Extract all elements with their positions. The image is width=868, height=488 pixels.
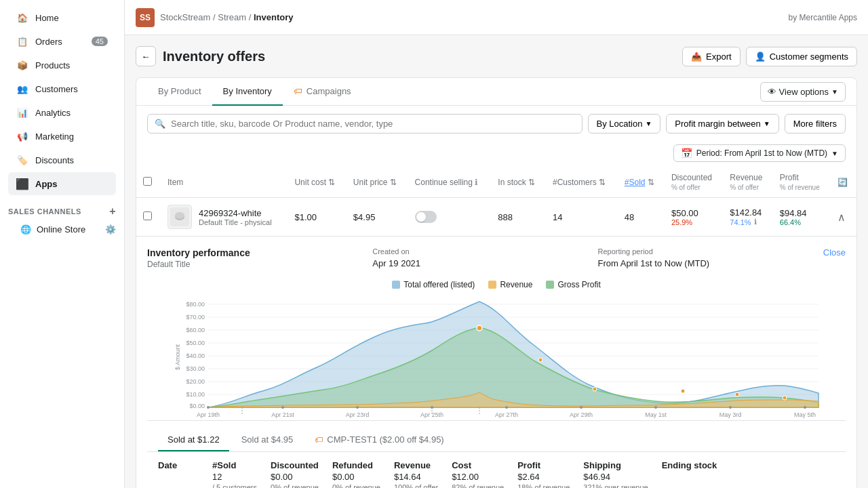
shipping-column: Shipping $46.94 321% over revenue bbox=[583, 460, 648, 488]
store-settings-icon[interactable]: ⚙️ bbox=[105, 224, 116, 235]
store-icon: 🌐 bbox=[20, 224, 31, 235]
select-all-header[interactable] bbox=[136, 167, 161, 198]
svg-text:Apr 19th: Apr 19th bbox=[197, 411, 220, 418]
sidebar-item-marketing[interactable]: 📢 Marketing bbox=[8, 125, 116, 148]
svg-point-30 bbox=[356, 406, 359, 409]
sidebar-item-customers[interactable]: 👥 Customers bbox=[8, 77, 116, 100]
row-checkbox-cell[interactable] bbox=[136, 198, 161, 237]
in-stock-cell: 888 bbox=[491, 198, 546, 237]
bottom-tab-sold-495[interactable]: Sold at $4.95 bbox=[232, 429, 303, 451]
sidebar-item-label: Analytics bbox=[35, 108, 71, 118]
page-header-left: ← Inventory offers bbox=[136, 46, 265, 66]
more-filters-button[interactable]: More filters bbox=[785, 114, 846, 134]
unit-price-column-header[interactable]: Unit price ⇅ bbox=[347, 167, 408, 198]
profit-margin-filter-button[interactable]: Profit margin between ▼ bbox=[666, 114, 778, 134]
view-options-button[interactable]: 👁 View options ▼ bbox=[760, 82, 846, 102]
unit-price-cell: $4.95 bbox=[347, 198, 408, 237]
period-bar: 📅 Period: From April 1st to Now (MTD) ▼ bbox=[136, 142, 856, 167]
sidebar-item-products[interactable]: 📦 Products bbox=[8, 54, 116, 77]
sidebar-item-apps[interactable]: ⬛ Apps bbox=[8, 172, 116, 195]
svg-point-24 bbox=[593, 387, 597, 391]
sidebar-item-analytics[interactable]: 📊 Analytics bbox=[8, 101, 116, 124]
toggle-knob bbox=[416, 212, 426, 222]
breadcrumb-text: StockStream / Stream / Inventory bbox=[160, 12, 294, 22]
svg-text:Apr 29th: Apr 29th bbox=[570, 411, 593, 418]
sidebar-item-orders[interactable]: 📋 Orders 45 bbox=[8, 30, 116, 53]
calendar-icon: 📅 bbox=[681, 148, 692, 159]
chevron-down-icon: ▼ bbox=[831, 150, 838, 157]
expanded-row: Inventory performance Default Title Crea… bbox=[136, 237, 856, 489]
perf-created-section: Created on Apr 19 2021 bbox=[372, 247, 557, 269]
stats-row: Date #Sold 12 / 5 customers bbox=[147, 451, 846, 488]
select-all-checkbox[interactable] bbox=[143, 177, 152, 186]
orders-icon: 📋 bbox=[16, 35, 28, 47]
chevron-down-icon: ▼ bbox=[645, 120, 652, 127]
search-input[interactable] bbox=[171, 119, 575, 129]
svg-point-28 bbox=[207, 406, 210, 409]
customer-segments-icon: 👤 bbox=[755, 52, 766, 62]
product-info: 42969324-white Default Title - physical bbox=[199, 208, 272, 226]
svg-text:Apr 27th: Apr 27th bbox=[495, 411, 518, 418]
bottom-tab-cmp-test1[interactable]: 🏷 CMP-TEST1 ($2.00 off $4.95) bbox=[305, 429, 453, 451]
back-button[interactable]: ← bbox=[136, 46, 156, 66]
tab-campaigns[interactable]: 🏷 Campaigns bbox=[283, 78, 362, 106]
location-filter-button[interactable]: By Location ▼ bbox=[588, 114, 661, 134]
close-perf-panel-button[interactable]: Close bbox=[823, 247, 846, 269]
customers-column-header[interactable]: #Customers ⇅ bbox=[546, 167, 618, 198]
profit-stats-column: Profit $2.64 18% of revenue bbox=[517, 460, 570, 488]
expand-cell[interactable]: ∧ bbox=[831, 198, 856, 237]
sidebar-item-label: Discounts bbox=[35, 155, 74, 165]
tab-by-product[interactable]: By Product bbox=[147, 78, 212, 106]
sold-column: #Sold 12 / 5 customers bbox=[212, 460, 257, 488]
legend-revenue: Revenue bbox=[488, 280, 532, 289]
continue-selling-info-icon[interactable]: ℹ bbox=[475, 178, 478, 187]
svg-text:$70.00: $70.00 bbox=[186, 314, 205, 321]
profit-cell: $94.84 66.4% bbox=[773, 198, 831, 237]
sidebar-item-label: Apps bbox=[35, 179, 58, 189]
marketing-icon: 📢 bbox=[16, 130, 28, 142]
svg-text:May 3rd: May 3rd bbox=[719, 411, 742, 418]
bottom-tab-sold-122[interactable]: Sold at $1.22 bbox=[158, 429, 229, 451]
export-icon: 📤 bbox=[691, 52, 702, 62]
app-logo: SS bbox=[136, 8, 155, 27]
svg-point-33 bbox=[580, 406, 583, 409]
svg-point-25 bbox=[681, 389, 685, 393]
table: Item Unit cost ⇅ Unit price ⇅ Continue s… bbox=[136, 167, 856, 488]
topbar-breadcrumb: SS StockStream / Stream / Inventory bbox=[136, 8, 294, 27]
expand-icon[interactable]: ∧ bbox=[837, 211, 846, 223]
tab-by-inventory[interactable]: By Inventory bbox=[212, 78, 283, 106]
svg-text:$0.00: $0.00 bbox=[189, 403, 205, 409]
sold-column-header[interactable]: #Sold ⇅ bbox=[618, 167, 665, 198]
sidebar-item-online-store[interactable]: 🌐 Online Store ⚙️ bbox=[0, 220, 124, 239]
bottom-tabs: Sold at $1.22 Sold at $4.95 🏷 CMP-TEST1 … bbox=[147, 420, 846, 451]
campaigns-tag-icon: 🏷 bbox=[294, 86, 302, 96]
perf-header: Inventory performance Default Title Crea… bbox=[147, 247, 846, 269]
period-button[interactable]: 📅 Period: From April 1st to Now (MTD) ▼ bbox=[673, 144, 846, 162]
main-card: By Product By Inventory 🏷 Campaigns 👁 Vi… bbox=[136, 77, 857, 488]
ending-stock-column: Ending stock bbox=[662, 460, 717, 488]
discounts-icon: 🏷️ bbox=[16, 154, 28, 166]
customer-segments-button[interactable]: 👤 Customer segments bbox=[746, 47, 857, 66]
products-icon: 📦 bbox=[16, 59, 28, 71]
apps-icon: ⬛ bbox=[16, 178, 28, 190]
content-area: ← Inventory offers 📤 Export 👤 Customer s… bbox=[125, 35, 868, 488]
in-stock-column-header[interactable]: In stock ⇅ bbox=[491, 167, 546, 198]
unit-cost-column-header[interactable]: Unit cost ⇅ bbox=[288, 167, 346, 198]
search-bar[interactable]: 🔍 bbox=[147, 114, 583, 134]
row-checkbox[interactable] bbox=[143, 211, 152, 220]
svg-text:at $1.22: at $1.22 bbox=[233, 417, 252, 418]
unit-cost-cell: $1.00 bbox=[288, 198, 346, 237]
page-header: ← Inventory offers 📤 Export 👤 Customer s… bbox=[136, 46, 857, 66]
export-button[interactable]: 📤 Export bbox=[682, 47, 741, 66]
cost-column: Cost $12.00 82% of revenue bbox=[452, 460, 504, 488]
continue-selling-toggle[interactable] bbox=[415, 211, 437, 223]
add-channel-icon[interactable]: + bbox=[109, 205, 116, 218]
continue-selling-cell[interactable] bbox=[408, 198, 492, 237]
sidebar-item-discounts[interactable]: 🏷️ Discounts bbox=[8, 148, 116, 171]
revenue-info-icon[interactable]: ℹ bbox=[754, 218, 757, 226]
sidebar-item-home[interactable]: 🏠 Home bbox=[8, 6, 116, 29]
sold-cell: 48 bbox=[618, 198, 665, 237]
discounted-stats-column: Discounted $0.00 0% of revenue bbox=[271, 460, 319, 488]
refresh-header[interactable]: 🔄 bbox=[831, 167, 856, 198]
svg-text:$50.00: $50.00 bbox=[186, 340, 205, 346]
